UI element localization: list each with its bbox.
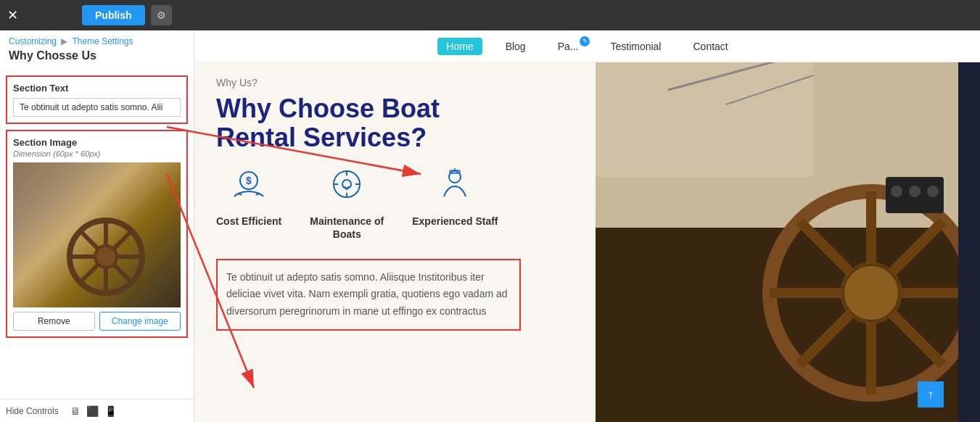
nav-item-contact[interactable]: Contact <box>684 38 736 55</box>
left-content: Why Us? Why Choose Boat Rental Services?… <box>194 62 596 422</box>
close-button[interactable]: ✕ <box>7 9 18 22</box>
section-text-input[interactable] <box>13 98 181 117</box>
image-action-buttons: Remove Change image <box>13 312 181 331</box>
features-row: $ Cost Efficient <box>216 166 574 241</box>
right-image-svg <box>596 62 958 422</box>
feature-experienced-staff: Experienced Staff <box>412 166 498 241</box>
maintenance-label: Maintenance of Boats <box>303 215 390 241</box>
experienced-staff-icon <box>412 166 498 209</box>
main-layout: Customizing ▶ Theme Settings Why Chosse … <box>0 30 980 422</box>
svg-point-38 <box>927 186 939 197</box>
desktop-icon[interactable]: 🖥 <box>70 405 81 417</box>
section-text-block: Section Text <box>6 75 188 124</box>
nav-item-testimonial[interactable]: Testimonial <box>601 38 670 55</box>
image-preview <box>13 162 181 307</box>
breadcrumb-theme-settings[interactable]: Theme Settings <box>73 36 133 46</box>
right-dark-bar <box>958 62 980 422</box>
cost-efficient-label: Cost Efficient <box>216 215 281 228</box>
svg-point-37 <box>909 186 921 197</box>
experienced-staff-label: Experienced Staff <box>412 215 498 228</box>
section-image-dimension: Dimension (60px * 60px) <box>13 149 181 158</box>
page-edit-indicator: ✎ <box>580 36 590 46</box>
tablet-icon[interactable]: ⬛ <box>86 405 99 417</box>
text-content-box: Te obtinuit ut adepto satis somno. Aliis… <box>216 259 521 331</box>
right-boat-image: ↑ <box>596 62 958 422</box>
sidebar-page-title: Why Chosse Us <box>0 48 194 70</box>
change-image-button[interactable]: Change image <box>99 312 181 331</box>
sidebar: Customizing ▶ Theme Settings Why Chosse … <box>0 30 194 422</box>
svg-line-7 <box>113 264 131 282</box>
section-image-block: Section Image Dimension (60px * 60px) <box>6 130 188 338</box>
settings-button[interactable]: ⚙ <box>151 5 172 25</box>
svg-line-9 <box>81 264 99 282</box>
nav-item-home[interactable]: Home <box>437 38 482 55</box>
svg-line-6 <box>81 231 99 249</box>
why-us-small-text: Why Us? <box>216 77 574 88</box>
breadcrumb-separator: ▶ <box>61 36 67 46</box>
main-heading: Why Choose Boat Rental Services? <box>216 94 470 152</box>
page-content: Why Us? Why Choose Boat Rental Services?… <box>194 62 980 422</box>
publish-button[interactable]: Publish <box>82 5 145 25</box>
feature-maintenance: Maintenance of Boats <box>303 166 390 241</box>
svg-point-13 <box>342 180 351 189</box>
section-text-label: Section Text <box>13 83 181 94</box>
sidebar-scroll: Customizing ▶ Theme Settings Why Chosse … <box>0 30 194 399</box>
hide-controls-label[interactable]: Hide Controls <box>6 406 59 416</box>
nav-bar: Home Blog Pa... ✎ Testimonial Contact <box>194 30 980 62</box>
svg-line-8 <box>113 231 131 249</box>
section-image-label: Section Image <box>13 137 181 148</box>
cost-efficient-icon: $ <box>216 166 281 209</box>
top-bar: ✕ Publish ⚙ <box>0 0 980 30</box>
nav-item-blog[interactable]: Blog <box>497 38 535 55</box>
svg-point-36 <box>891 186 902 197</box>
mobile-icon[interactable]: 📱 <box>104 405 117 417</box>
bottom-bar: Hide Controls 🖥 ⬛ 📱 <box>0 399 194 422</box>
svg-text:$: $ <box>246 175 252 186</box>
feature-cost-efficient: $ Cost Efficient <box>216 166 281 241</box>
remove-image-button[interactable]: Remove <box>13 312 95 331</box>
nav-item-pages[interactable]: Pa... ✎ <box>549 38 588 55</box>
boat-wheel-image <box>62 213 149 300</box>
scroll-up-button[interactable]: ↑ <box>918 381 944 407</box>
maintenance-icon <box>303 166 390 209</box>
body-text: Te obtinuit ut adepto satis somno. Aliis… <box>226 269 511 320</box>
breadcrumb: Customizing ▶ Theme Settings <box>0 30 194 48</box>
breadcrumb-customizing[interactable]: Customizing <box>9 36 57 46</box>
content-area: Home Blog Pa... ✎ Testimonial Contact Wh… <box>194 30 980 422</box>
device-icons: 🖥 ⬛ 📱 <box>70 405 117 417</box>
